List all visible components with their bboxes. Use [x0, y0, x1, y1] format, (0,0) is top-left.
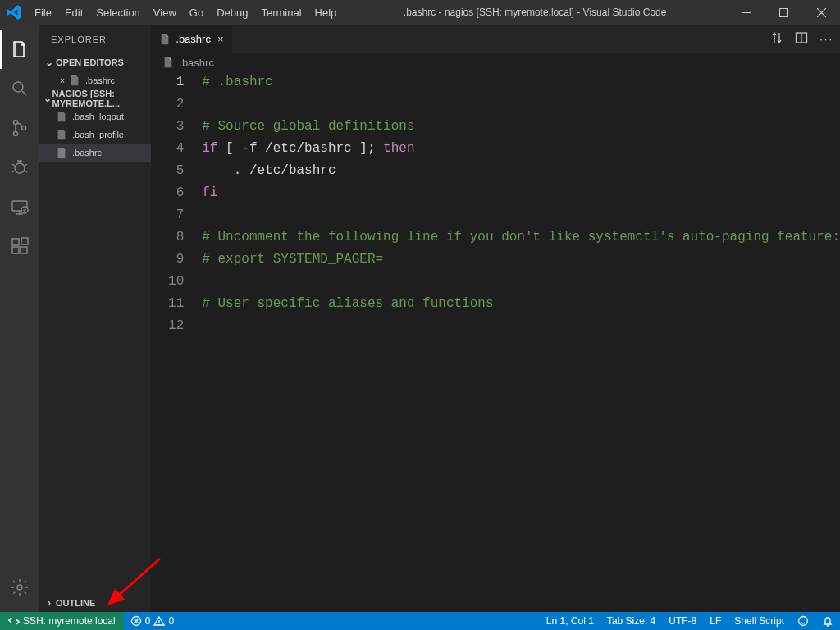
breadcrumb[interactable]: .bashrc	[151, 53, 840, 71]
warnings-count: 0	[168, 615, 174, 627]
file-item[interactable]: .bash_profile	[39, 126, 151, 144]
menu-help[interactable]: Help	[308, 0, 344, 25]
svg-rect-10	[12, 247, 19, 253]
file-label: .bash_profile	[72, 130, 124, 139]
menu-edit[interactable]: Edit	[58, 0, 89, 25]
search-activity-icon[interactable]	[0, 69, 39, 108]
svg-rect-9	[12, 239, 19, 245]
svg-point-2	[13, 82, 23, 92]
file-label: .bashrc	[72, 148, 102, 158]
file-item[interactable]: .bashrc	[39, 144, 151, 162]
menu-selection[interactable]: Selection	[89, 0, 146, 25]
window-close-button[interactable]	[802, 0, 840, 25]
remote-explorer-activity-icon[interactable]	[0, 187, 39, 226]
open-editor-item[interactable]: ×.bashrc	[39, 71, 151, 89]
file-icon	[56, 129, 69, 140]
indentation-status[interactable]: Tab Size: 4	[600, 615, 662, 627]
problems-status[interactable]: 0 0	[124, 612, 180, 630]
file-label: .bashrc	[85, 75, 115, 85]
explorer-activity-icon[interactable]	[0, 30, 39, 69]
editor-area: .bashrc × ··· .bashrc 123456789101112 # …	[151, 25, 840, 612]
file-icon	[162, 57, 174, 68]
chevron-down-icon: ⌄	[43, 93, 52, 104]
menu-go[interactable]: Go	[183, 0, 210, 25]
file-icon	[56, 111, 69, 122]
open-editors-label: OPEN EDITORS	[56, 57, 124, 67]
chevron-right-icon: ›	[43, 597, 56, 609]
chevron-down-icon: ⌄	[43, 57, 56, 68]
notifications-icon[interactable]	[815, 615, 840, 627]
editor[interactable]: 123456789101112 # .bashrc # Source globa…	[151, 71, 840, 612]
svg-rect-11	[21, 247, 27, 253]
source-control-activity-icon[interactable]	[0, 108, 39, 148]
title-bar: FileEditSelectionViewGoDebugTerminalHelp…	[0, 0, 840, 25]
file-icon	[56, 147, 69, 158]
settings-gear-icon[interactable]	[0, 568, 39, 607]
split-editor-icon[interactable]	[795, 31, 808, 47]
svg-point-6	[15, 163, 25, 173]
tab-label: .bashrc	[176, 33, 211, 45]
errors-count: 0	[145, 615, 151, 627]
svg-point-3	[14, 121, 18, 125]
explorer-sidebar: EXPLORER ⌄ OPEN EDITORS ×.bashrc ⌄ NAGIO…	[39, 25, 151, 612]
feedback-icon[interactable]	[791, 615, 815, 627]
file-label: .bash_logout	[72, 112, 124, 121]
minimize-button[interactable]	[727, 0, 765, 25]
workspace-label: NAGIOS [SSH: MYREMOTE.L...	[52, 89, 148, 108]
svg-point-16	[799, 617, 808, 626]
window-title: .bashrc - nagios [SSH: myremote.local] -…	[343, 7, 727, 18]
outline-label: OUTLINE	[56, 598, 95, 608]
vscode-logo-icon	[0, 5, 28, 20]
file-item[interactable]: .bash_logout	[39, 107, 151, 126]
file-icon	[159, 34, 171, 45]
file-icon	[69, 75, 82, 86]
menu-file[interactable]: File	[28, 0, 58, 25]
svg-point-4	[14, 132, 18, 136]
close-editor-icon[interactable]: ×	[56, 75, 69, 85]
outline-section[interactable]: › OUTLINE	[39, 594, 151, 612]
tab-close-icon[interactable]: ×	[217, 33, 224, 45]
extensions-activity-icon[interactable]	[0, 226, 39, 266]
compare-changes-icon[interactable]	[770, 31, 783, 47]
encoding-status[interactable]: UTF-8	[662, 615, 703, 627]
menu-debug[interactable]: Debug	[210, 0, 254, 25]
code-content[interactable]: # .bashrc # Source global definitionsif …	[199, 71, 840, 612]
open-editors-section[interactable]: ⌄ OPEN EDITORS	[39, 53, 151, 71]
svg-point-13	[17, 585, 22, 590]
svg-point-5	[22, 126, 26, 130]
tab-bashrc[interactable]: .bashrc ×	[151, 25, 232, 53]
breadcrumb-label: .bashrc	[179, 57, 214, 69]
svg-rect-0	[742, 12, 751, 13]
cursor-position[interactable]: Ln 1, Col 1	[540, 615, 600, 627]
maximize-button[interactable]	[765, 0, 802, 25]
more-actions-icon[interactable]: ···	[819, 33, 833, 45]
editor-tabs: .bashrc × ···	[151, 25, 840, 53]
svg-rect-1	[779, 8, 788, 16]
menu-terminal[interactable]: Terminal	[254, 0, 308, 25]
eol-status[interactable]: LF	[703, 615, 728, 627]
menu-bar: FileEditSelectionViewGoDebugTerminalHelp	[28, 0, 343, 25]
svg-rect-12	[21, 238, 28, 244]
workspace-section[interactable]: ⌄ NAGIOS [SSH: MYREMOTE.L...	[39, 89, 151, 107]
status-bar: SSH: myremote.local 0 0 Ln 1, Col 1 Tab …	[0, 612, 840, 630]
language-mode[interactable]: Shell Script	[728, 615, 791, 627]
explorer-title: EXPLORER	[39, 25, 151, 53]
activity-bar	[0, 25, 39, 612]
remote-status-label: SSH: myremote.local	[23, 615, 116, 627]
menu-view[interactable]: View	[147, 0, 183, 25]
line-numbers: 123456789101112	[151, 71, 199, 612]
remote-status[interactable]: SSH: myremote.local	[0, 612, 124, 630]
debug-activity-icon[interactable]	[0, 148, 39, 187]
